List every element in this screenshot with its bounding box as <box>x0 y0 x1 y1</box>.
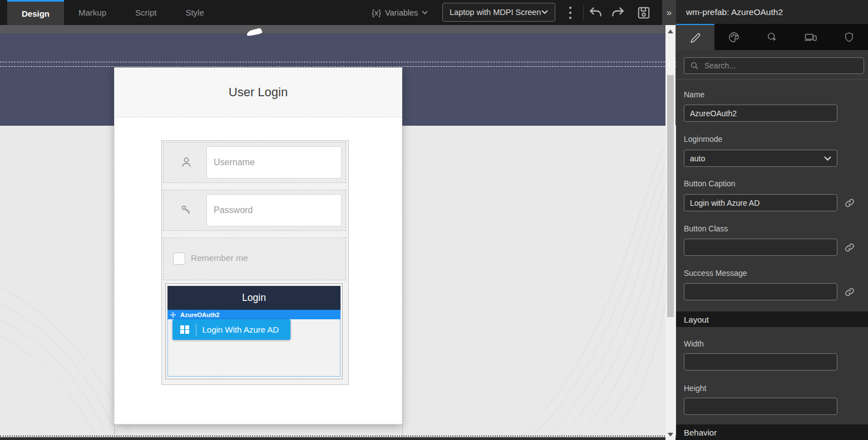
behavior-section-header[interactable]: Behavior <box>676 424 868 440</box>
move-icon[interactable] <box>170 312 176 318</box>
design-guide-line <box>0 66 676 67</box>
variables-label: Variables <box>385 8 418 17</box>
prefab-selection-bar[interactable]: AzureOAuth2 <box>167 310 341 319</box>
azure-login-button[interactable]: Login With Azure AD <box>172 319 290 340</box>
tab-properties[interactable] <box>676 24 714 50</box>
username-input[interactable] <box>206 146 342 179</box>
device-preview-value: Laptop with MDPI Screen <box>450 8 541 17</box>
scrollbar-thumb[interactable] <box>667 75 674 317</box>
login-button[interactable]: Login <box>167 286 341 310</box>
height-label: Height <box>684 384 706 393</box>
page-title: User Login <box>229 85 288 100</box>
page-bottom-outline <box>0 436 676 437</box>
tab-devices[interactable] <box>791 24 830 50</box>
collapse-panel-button[interactable]: » <box>662 0 676 25</box>
shield-icon <box>844 32 855 43</box>
scrollbar-up-arrow-icon[interactable] <box>668 29 673 33</box>
bind-link-icon[interactable] <box>845 243 855 253</box>
undo-button[interactable] <box>589 6 603 20</box>
button-caption-field[interactable] <box>684 194 837 211</box>
height-field[interactable] <box>684 398 837 415</box>
properties-search[interactable] <box>684 57 864 74</box>
success-message-label: Success Message <box>684 269 747 278</box>
canvas-overflow-strip <box>0 25 676 33</box>
devices-icon <box>804 31 817 44</box>
palette-icon <box>728 31 740 43</box>
pencil-icon <box>690 32 701 43</box>
button-caption-label: Button Caption <box>684 179 736 188</box>
azure-button-label: Login With Azure AD <box>203 325 279 334</box>
panel-title-text: wm-prefab: AzureOAuth2 <box>686 7 783 17</box>
canvas-bottom-strip <box>0 437 676 440</box>
search-icon <box>690 61 699 70</box>
panel-title: wm-prefab: AzureOAuth2 <box>676 0 868 24</box>
tab-style[interactable]: Style <box>171 0 218 25</box>
redo-button[interactable] <box>610 6 625 20</box>
save-icon[interactable] <box>637 6 651 20</box>
azure-button-divider <box>196 324 196 336</box>
width-field[interactable] <box>684 353 837 370</box>
button-class-field[interactable] <box>684 239 837 256</box>
tab-security[interactable] <box>830 24 868 50</box>
success-message-field[interactable] <box>684 283 837 300</box>
user-icon <box>167 146 206 179</box>
inspect-icon <box>766 31 778 43</box>
design-guide-line <box>402 424 403 437</box>
loginmode-value: auto <box>690 154 705 163</box>
login-card[interactable]: User Login <box>114 67 402 424</box>
variables-prefix-icon: {x} <box>372 8 381 17</box>
tab-script[interactable]: Script <box>121 0 171 25</box>
chevron-down-icon <box>541 10 548 14</box>
wavemaker-studio-window: Design Markup Script Style {x} Variables… <box>0 0 868 440</box>
password-row[interactable] <box>163 190 346 231</box>
windows-icon <box>180 325 189 334</box>
width-label: Width <box>684 339 704 348</box>
design-canvas[interactable]: User Login <box>0 25 676 440</box>
remember-me-checkbox[interactable] <box>173 253 185 265</box>
properties-panel: wm-prefab: AzureOAuth2 <box>676 0 868 440</box>
chevron-down-icon <box>824 156 831 161</box>
tab-markup[interactable]: Markup <box>64 0 121 25</box>
bind-link-icon[interactable] <box>845 198 855 208</box>
tab-styles[interactable] <box>714 24 753 50</box>
canvas-scrollbar[interactable] <box>665 25 675 440</box>
password-input[interactable] <box>206 194 342 226</box>
layout-section-header[interactable]: Layout <box>676 312 868 327</box>
loginmode-label: Loginmode <box>684 135 722 144</box>
login-form-container[interactable]: Remember me Login AzureOAuth2 Login With… <box>161 140 349 385</box>
device-preview-select[interactable]: Laptop with MDPI Screen <box>442 3 555 22</box>
remember-me-label: Remember me <box>191 253 248 263</box>
scrollbar-down-arrow-icon[interactable] <box>668 433 673 437</box>
name-label: Name <box>684 90 704 99</box>
bind-link-icon[interactable] <box>845 287 855 297</box>
panel-divider <box>676 79 868 80</box>
search-input[interactable] <box>703 61 858 71</box>
login-card-header[interactable]: User Login <box>115 68 402 117</box>
editor-mode-tabs: Design Markup Script Style <box>7 0 219 25</box>
design-guide-line <box>0 62 676 62</box>
loginmode-select[interactable]: auto <box>684 150 837 167</box>
button-class-label: Button Class <box>684 224 728 233</box>
variables-menu[interactable]: {x} Variables <box>372 0 428 25</box>
username-row[interactable] <box>163 142 346 183</box>
design-guide-line <box>114 424 115 437</box>
toolbar-divider <box>583 5 584 20</box>
kebab-menu-icon[interactable] <box>566 7 574 19</box>
key-icon <box>167 194 206 226</box>
name-field[interactable] <box>684 105 837 122</box>
tab-inspect[interactable] <box>753 24 791 50</box>
chevron-down-icon <box>422 11 428 14</box>
top-toolbar: Design Markup Script Style {x} Variables… <box>0 0 676 25</box>
panel-tabs <box>676 24 868 50</box>
remember-me-row[interactable]: Remember me <box>163 238 346 280</box>
prefab-name-label: AzureOAuth2 <box>180 312 219 318</box>
tab-design[interactable]: Design <box>7 0 64 25</box>
